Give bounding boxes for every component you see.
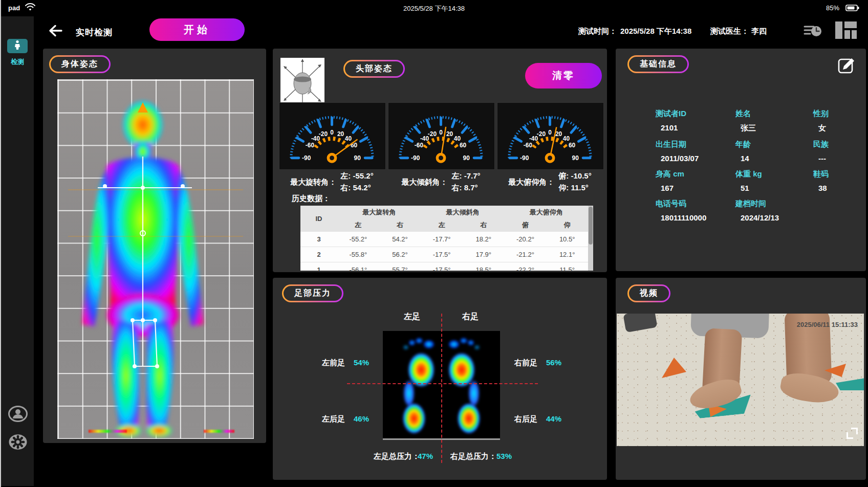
- start-button[interactable]: 开始: [149, 18, 245, 41]
- svg-text:40: 40: [563, 135, 570, 142]
- field-weight: 体重 kg51: [735, 169, 813, 192]
- svg-text:40: 40: [454, 135, 461, 142]
- sidebar: 检测: [1, 16, 34, 486]
- body-thermal-figure: [58, 80, 253, 438]
- video-feed[interactable]: 2025/06/11 15:11:33: [617, 314, 864, 446]
- doctor-value: 李四: [751, 27, 767, 36]
- person-icon: [13, 40, 21, 52]
- basic-info-grid: 测试者ID2101 姓名张三 性别女 出生日期2011/03/07 年龄14 民…: [656, 109, 858, 222]
- table-group-header-row: ID 最大旋转角 最大倾斜角 最大俯仰角: [300, 206, 588, 219]
- edit-icon[interactable]: [837, 55, 856, 77]
- field-phone: 电话号码18011110000: [656, 199, 735, 222]
- col-group-pitch: 最大俯仰角: [505, 206, 588, 219]
- back-icon[interactable]: [47, 24, 63, 40]
- svg-text:20: 20: [555, 130, 562, 138]
- history-icon[interactable]: [804, 23, 822, 40]
- col-group-tilt: 最大倾斜角: [421, 206, 504, 219]
- left-foot-label: 左足: [404, 312, 420, 322]
- total-left-label: 左足总压力：: [374, 452, 420, 461]
- layout-icon[interactable]: [835, 21, 857, 41]
- table-sub-header-row: 左 右 左 右 俯 仰: [300, 219, 588, 232]
- table-row: 3 -55.2° 54.2° -17.7° 18.2° -20.2° 10.5°: [300, 232, 588, 247]
- left-hind-value: 46%: [354, 414, 369, 423]
- field-birthdate: 出生日期2011/03/07: [656, 140, 735, 163]
- tilt-gauge: -90-60-40-20020406090: [388, 102, 495, 170]
- left-fore-label: 左前足: [322, 358, 345, 368]
- video-object-dark: [623, 314, 657, 333]
- svg-text:60: 60: [569, 142, 576, 149]
- head-posture-title-pill: 头部姿态: [343, 60, 405, 78]
- svg-text:-60: -60: [306, 142, 315, 149]
- svg-text:40: 40: [345, 135, 352, 142]
- body-thermal-view: [57, 79, 254, 439]
- svg-text:90: 90: [463, 154, 470, 162]
- svg-text:-20: -20: [537, 130, 546, 138]
- left-foot-heatmap: [396, 335, 443, 434]
- body-posture-title: 身体姿态: [51, 57, 109, 72]
- right-hind-label: 右后足: [514, 414, 537, 424]
- heat-artifact: [89, 430, 127, 433]
- table-row: 2 -55.8° 56.2° -17.5° 17.9° -21.2° 12.1°: [300, 247, 588, 262]
- video-panel: 视频 2025/06/11 15:11:33: [616, 278, 866, 480]
- total-right-label: 右足总压力：: [450, 452, 496, 461]
- svg-text:-20: -20: [428, 130, 437, 138]
- svg-text:0: 0: [330, 129, 334, 136]
- right-hind-value: 44%: [546, 414, 561, 423]
- field-shoe-size: 鞋码38: [813, 169, 858, 192]
- head-axes-image: [280, 58, 324, 107]
- video-title: 视频: [629, 286, 669, 301]
- svg-text:60: 60: [460, 142, 467, 149]
- fullscreen-icon[interactable]: [847, 428, 858, 439]
- svg-text:-90: -90: [520, 154, 529, 162]
- col-group-rotation: 最大旋转角: [337, 206, 421, 219]
- total-left-value: 47%: [418, 452, 433, 460]
- head-posture-title: 头部姿态: [345, 61, 403, 76]
- right-foot-heatmap: [440, 335, 487, 434]
- col-id: ID: [300, 206, 337, 232]
- total-right-value: 53%: [496, 452, 512, 460]
- history-data-label: 历史数据：: [292, 194, 330, 204]
- sidebar-item-detect[interactable]: [7, 39, 28, 53]
- gear-icon[interactable]: [8, 433, 28, 453]
- reset-button[interactable]: 清零: [525, 63, 602, 88]
- field-record-date: 建档时间2024/12/13: [735, 199, 813, 222]
- test-time-label: 测试时间：: [578, 27, 617, 36]
- page-title: 实时检测: [76, 27, 113, 38]
- heat-artifact: [204, 430, 234, 433]
- battery-percent: 85%: [826, 4, 839, 12]
- right-fore-label: 右前足: [514, 358, 537, 368]
- svg-text:-60: -60: [524, 142, 533, 149]
- table-scrollbar[interactable]: [588, 206, 593, 271]
- field-gender: 性别女: [813, 109, 858, 133]
- basic-info-title-pill: 基础信息: [627, 55, 689, 73]
- svg-text:0: 0: [548, 129, 552, 136]
- video-teal-marker: [836, 378, 864, 390]
- svg-text:-20: -20: [319, 130, 328, 138]
- foot-pressure-panel: 足部压力 左足 右足 左前足 54% 右前足 56% 左后足 46% 右后足 4…: [273, 278, 607, 480]
- field-age: 年龄14: [735, 140, 813, 163]
- tilt-readout: 最大倾斜角： 左: -7.7° 右: 8.7°: [388, 171, 494, 193]
- user-icon[interactable]: [8, 405, 28, 425]
- history-table: ID 最大旋转角 最大倾斜角 最大俯仰角 左 右 左 右 俯 仰 3 -55.2: [300, 206, 593, 271]
- svg-text:90: 90: [354, 154, 361, 162]
- battery-icon: [845, 5, 859, 13]
- fore-hind-divider-line: [347, 383, 538, 384]
- foot-pressure-title: 足部压力: [284, 286, 342, 301]
- sidebar-item-detect-label: 检测: [1, 57, 34, 67]
- rotation-readout: 最大旋转角： 左: -55.2° 右: 54.2°: [279, 171, 385, 193]
- svg-text:-60: -60: [415, 142, 424, 149]
- doctor-label: 测试医生：: [710, 27, 749, 36]
- svg-text:20: 20: [337, 130, 344, 138]
- svg-text:-90: -90: [411, 154, 420, 162]
- right-foot-label: 右足: [462, 312, 479, 322]
- body-posture-panel: 身体姿态: [43, 49, 266, 443]
- basic-info-panel: 基础信息 测试者ID2101 姓名张三 性别女 出生日期2011/03/07 年…: [616, 49, 866, 271]
- svg-text:20: 20: [446, 130, 453, 138]
- video-timestamp: 2025/06/11 15:11:33: [797, 321, 858, 328]
- field-ethnicity: 民族---: [813, 140, 858, 163]
- left-fore-value: 54%: [354, 358, 369, 367]
- test-time-value: 2025/5/28 下午14:38: [620, 27, 691, 36]
- rotation-gauge: -90-60-40-20020406090: [279, 102, 386, 170]
- pitch-readout: 最大俯仰角： 俯: -10.5° 仰: 11.5°: [497, 171, 603, 193]
- body-posture-title-pill: 身体姿态: [49, 55, 111, 73]
